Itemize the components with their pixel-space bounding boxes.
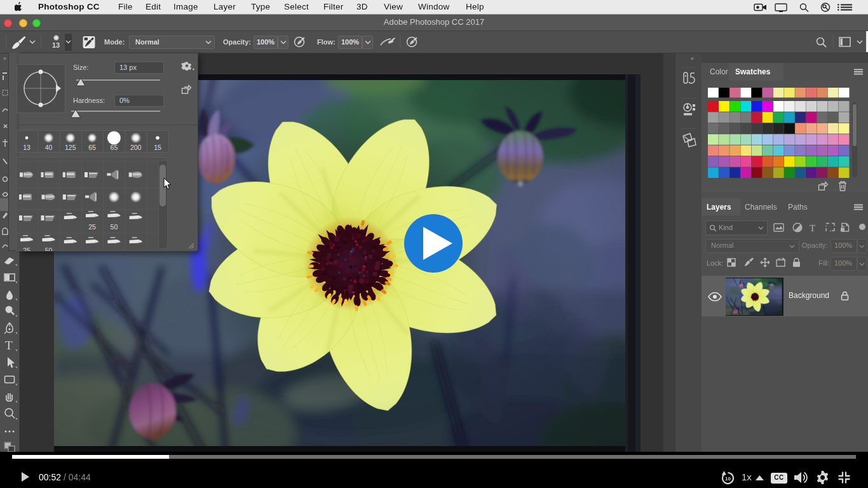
svg-text:50: 50: [45, 247, 53, 251]
svg-text:125: 125: [65, 144, 76, 151]
svg-text:25: 25: [23, 247, 31, 251]
svg-text:13: 13: [23, 144, 31, 151]
svg-text:65: 65: [111, 144, 118, 151]
svg-text:T: T: [810, 223, 815, 233]
svg-text:25: 25: [88, 223, 96, 231]
svg-text:40: 40: [45, 144, 53, 151]
svg-text:15: 15: [154, 144, 161, 151]
svg-text:50: 50: [111, 223, 118, 231]
svg-text:200: 200: [130, 144, 142, 151]
svg-text:T: T: [5, 339, 13, 352]
svg-text:10: 10: [725, 476, 731, 482]
svg-text:65: 65: [88, 144, 96, 151]
